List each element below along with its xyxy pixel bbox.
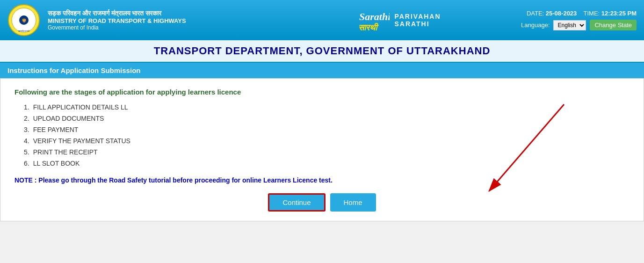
stage-num: 2.: [24, 115, 29, 122]
language-select[interactable]: English Hindi: [553, 20, 586, 30]
sarathi-logo: Sarathi सारथी PARIVAHAN SARATHI: [357, 6, 441, 34]
sarathi-right-text: PARIVAHAN SARATHI: [394, 13, 441, 28]
stages-heading: Following are the stages of application …: [14, 88, 630, 96]
date-value: 25-08-2023: [546, 10, 577, 17]
sarathi-emblem-icon: Sarathi सारथी: [357, 6, 390, 34]
header-right: DATE: 25-08-2023 TIME: 12:23:25 PM Langu…: [521, 10, 637, 30]
instructions-header-text: Instructions for Application Submission: [7, 66, 140, 74]
svg-text:सारथी: सारथी: [358, 22, 379, 32]
stage-text: VERIFY THE PAYMENT STATUS: [33, 137, 130, 145]
instructions-header-bar: Instructions for Application Submission: [0, 63, 644, 78]
list-item: 6.LL SLOT BOOK: [24, 160, 630, 167]
continue-button[interactable]: Continue: [268, 193, 325, 212]
government-emblem: 🦁 सत्यमेव जयते: [7, 4, 40, 37]
time-label: TIME:: [584, 10, 600, 17]
action-buttons: Continue Home: [14, 193, 630, 212]
ministry-info: सड़क परिवहन और राजमार्ग मंत्रालय भारत सर…: [48, 9, 277, 31]
stage-num: 1.: [24, 103, 29, 111]
stage-text: FILL APPLICATION DETAILS LL: [33, 103, 128, 111]
stage-num: 6.: [24, 160, 29, 167]
stage-text: PRINT THE RECEIPT: [33, 148, 98, 156]
department-title-bar: TRANSPORT DEPARTMENT, GOVERNMENT OF UTTA…: [0, 40, 644, 63]
sarathi-logo-section: Sarathi सारथी PARIVAHAN SARATHI: [284, 6, 514, 34]
ministry-name: MINISTRY OF ROAD TRANSPORT & HIGHWAYS: [48, 17, 277, 24]
stage-num: 3.: [24, 126, 29, 133]
stage-text: UPLOAD DOCUMENTS: [33, 115, 104, 122]
datetime-display: DATE: 25-08-2023 TIME: 12:23:25 PM: [521, 10, 637, 17]
stage-num: 4.: [24, 137, 29, 145]
government-name: Government of India: [48, 24, 277, 31]
svg-text:Sarathi: Sarathi: [359, 11, 390, 22]
home-button[interactable]: Home: [330, 193, 376, 212]
list-item: 3.FEE PAYMENT: [24, 126, 630, 133]
buttons-section: Continue Home: [14, 193, 630, 212]
stages-list: 1.FILL APPLICATION DETAILS LL 2.UPLOAD D…: [24, 103, 630, 167]
header: 🦁 सत्यमेव जयते सड़क परिवहन और राजमार्ग म…: [0, 0, 644, 40]
list-item: 4.VERIFY THE PAYMENT STATUS: [24, 137, 630, 145]
department-title: TRANSPORT DEPARTMENT, GOVERNMENT OF UTTA…: [5, 45, 639, 57]
sarathi-label: SARATHI: [394, 20, 441, 28]
note-text: NOTE : Please go through the Road Safety…: [14, 176, 630, 184]
list-item: 5.PRINT THE RECEIPT: [24, 148, 630, 156]
main-content: Following are the stages of application …: [0, 78, 644, 221]
svg-text:सत्यमेव जयते: सत्यमेव जयते: [18, 29, 29, 32]
hindi-title: सड़क परिवहन और राजमार्ग मंत्रालय भारत सर…: [48, 9, 277, 17]
list-item: 1.FILL APPLICATION DETAILS LL: [24, 103, 630, 111]
date-label: DATE:: [527, 10, 544, 17]
parivahan-label: PARIVAHAN: [394, 13, 441, 20]
time-value: 12:23:25 PM: [601, 10, 637, 17]
change-state-button[interactable]: Change State: [590, 20, 637, 30]
stage-num: 5.: [24, 148, 29, 156]
language-row: Language: English Hindi Change State: [521, 20, 637, 30]
stage-text: FEE PAYMENT: [33, 126, 79, 133]
list-item: 2.UPLOAD DOCUMENTS: [24, 115, 630, 122]
svg-text:🦁: 🦁: [22, 18, 27, 23]
stage-text: LL SLOT BOOK: [33, 160, 80, 167]
language-label: Language:: [521, 22, 550, 29]
